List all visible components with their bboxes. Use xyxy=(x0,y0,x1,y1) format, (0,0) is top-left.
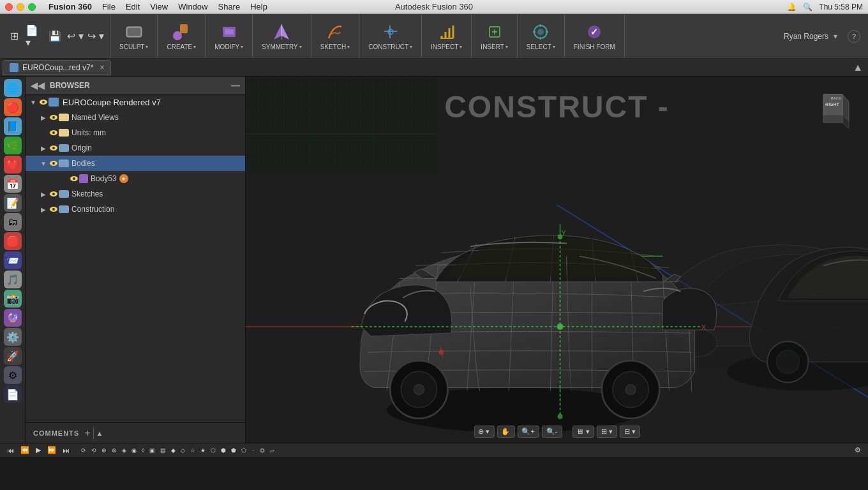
body53-visibility[interactable] xyxy=(69,174,79,184)
bodies-toggle[interactable]: ▼ xyxy=(38,158,49,168)
bodies-item[interactable]: ▼ Bodies xyxy=(26,156,245,171)
root-visibility[interactable] xyxy=(38,97,49,107)
anim-prev-button[interactable]: ⏪ xyxy=(19,445,31,455)
redo-button[interactable]: ↪ ▾ xyxy=(87,27,105,45)
viewport[interactable]: X Y CONSTRUCT - xyxy=(246,77,868,443)
timeline-icon-3[interactable]: ⊕ xyxy=(100,447,108,454)
units-item[interactable]: ▶ Units: mm xyxy=(26,125,245,140)
anim-first-button[interactable]: ⏮ xyxy=(5,446,16,455)
timeline-icon-17[interactable]: ⬠ xyxy=(239,447,248,454)
construction-visibility[interactable] xyxy=(49,204,59,214)
app-icon-12[interactable]: 📸 xyxy=(4,290,22,308)
search-icon[interactable]: 🔍 xyxy=(803,3,812,11)
layout-button[interactable]: ⊟ ▾ xyxy=(620,426,640,438)
grid-button[interactable]: ⊞ ▾ xyxy=(597,426,617,438)
select-button[interactable]: SELECT ▾ xyxy=(523,19,559,53)
minimize-button[interactable] xyxy=(17,3,24,11)
menu-edit[interactable]: Edit xyxy=(126,2,140,11)
inspect-button[interactable]: INSPECT ▾ xyxy=(427,19,466,53)
zoom-in-button[interactable]: 🔍+ xyxy=(517,426,539,438)
sculpt-button[interactable]: SCULPT ▾ xyxy=(116,19,152,53)
timeline-icon-19[interactable]: ⏣ xyxy=(258,447,267,454)
menu-fusion360[interactable]: Fusion 360 xyxy=(49,2,92,11)
app-icon-13[interactable]: 🔮 xyxy=(4,309,22,327)
zoom-out-button[interactable]: 🔍- xyxy=(542,426,562,438)
menu-window[interactable]: Window xyxy=(178,2,207,11)
user-dropdown-arrow[interactable]: ▾ xyxy=(834,32,837,41)
root-toggle[interactable]: ▼ xyxy=(28,97,38,107)
construction-toggle[interactable]: ▶ xyxy=(38,204,49,214)
insert-button[interactable]: INSERT ▾ xyxy=(477,19,512,53)
origin-toggle[interactable]: ▶ xyxy=(38,143,49,153)
settings-button[interactable]: ⚙ xyxy=(853,445,863,455)
timeline-icon-20[interactable]: ⏥ xyxy=(268,447,276,454)
maximize-button[interactable] xyxy=(28,3,36,11)
timeline-icon-4[interactable]: ⊗ xyxy=(110,447,119,454)
app-icon-3[interactable]: 📘 xyxy=(4,117,22,135)
comments-expand[interactable]: ▲ xyxy=(96,429,103,437)
timeline-icon-13[interactable]: ★ xyxy=(198,447,207,454)
sketches-item[interactable]: ▶ Sketches xyxy=(26,186,245,202)
app-icon-4[interactable]: 🌿 xyxy=(4,137,22,154)
menu-help[interactable]: Help xyxy=(250,2,267,11)
timeline-icon-11[interactable]: ◇ xyxy=(179,447,187,454)
menu-view[interactable]: View xyxy=(150,2,168,11)
timeline-icon-16[interactable]: ⬟ xyxy=(229,447,238,454)
timeline-icon-10[interactable]: ◆ xyxy=(169,447,177,454)
timeline-icon-8[interactable]: ▣ xyxy=(147,447,157,454)
timeline-icon-18[interactable]: ⬞ xyxy=(250,447,257,454)
timeline-icon-6[interactable]: ◉ xyxy=(130,447,138,454)
help-button[interactable]: ? xyxy=(848,30,860,43)
display-mode-button[interactable]: 🖥 ▾ xyxy=(572,426,594,438)
anim-next-button[interactable]: ⏩ xyxy=(45,445,58,455)
app-icon-15[interactable]: 🚀 xyxy=(4,347,22,365)
app-icon-11[interactable]: 🎵 xyxy=(4,271,22,288)
undo-button[interactable]: ↩ ▾ xyxy=(66,27,84,45)
notification-icon[interactable]: 🔔 xyxy=(787,3,797,11)
timeline-icon-12[interactable]: ☆ xyxy=(188,447,197,454)
origin-visibility[interactable] xyxy=(49,143,59,153)
tab-collapse-button[interactable]: ▲ xyxy=(853,62,863,73)
anim-last-button[interactable]: ⏭ xyxy=(61,446,71,455)
app-icon-10[interactable]: 📨 xyxy=(4,251,22,269)
bodies-visibility[interactable] xyxy=(49,158,59,168)
timeline-icon-1[interactable]: ⟳ xyxy=(79,447,88,454)
timeline-icon-2[interactable]: ⟲ xyxy=(89,447,98,454)
app-icon-2[interactable]: 🔴 xyxy=(4,98,22,116)
menu-share[interactable]: Share xyxy=(218,2,240,11)
construct-button[interactable]: CONSTRUCT ▾ xyxy=(364,19,416,53)
body53-item[interactable]: ▶ Body53 ★ xyxy=(26,171,245,186)
tab-close-button[interactable]: × xyxy=(100,63,104,72)
app-icon-9[interactable]: 🛑 xyxy=(4,232,22,250)
grid-apps-button[interactable]: ⊞ xyxy=(5,27,23,45)
app-icon-6[interactable]: 📅 xyxy=(4,175,22,193)
construction-item[interactable]: ▶ Construction xyxy=(26,202,245,217)
timeline-icon-9[interactable]: ▤ xyxy=(158,447,168,454)
timeline-icon-5[interactable]: ◈ xyxy=(120,447,128,454)
app-icon-17[interactable]: 📄 xyxy=(4,385,22,403)
browser-toggle[interactable]: ◀◀ xyxy=(31,80,45,91)
view-cube[interactable]: RIGHT BACK xyxy=(811,89,855,134)
create-button[interactable]: CREATE ▾ xyxy=(163,19,200,53)
sketches-visibility[interactable] xyxy=(49,189,59,199)
save-button[interactable]: 💾 xyxy=(46,27,64,45)
origin-item[interactable]: ▶ Origin xyxy=(26,140,245,156)
timeline-icon-7[interactable]: ◊ xyxy=(140,447,146,454)
sketch-button[interactable]: SKETCH ▾ xyxy=(317,19,354,53)
named-views-item[interactable]: ▶ Named Views xyxy=(26,110,245,125)
pan-button[interactable]: ✋ xyxy=(497,426,514,438)
traffic-lights[interactable] xyxy=(5,3,36,11)
navigate-button[interactable]: ⊕ ▾ xyxy=(474,426,494,438)
tree-root-item[interactable]: ▼ EUROCoupe Rendered v7 xyxy=(26,94,245,110)
file-tab[interactable]: EUROCoup...red v7* × xyxy=(3,60,111,75)
named-views-toggle[interactable]: ▶ xyxy=(38,112,49,122)
named-views-visibility[interactable] xyxy=(49,112,59,122)
modify-button[interactable]: MODIFY ▾ xyxy=(211,19,247,53)
app-icon-14[interactable]: ⚙️ xyxy=(4,328,22,346)
close-button[interactable] xyxy=(5,3,13,11)
app-icon-7[interactable]: 📝 xyxy=(4,194,22,212)
units-visibility[interactable] xyxy=(49,128,59,138)
symmetry-button[interactable]: SYMMETRY ▾ xyxy=(258,19,306,53)
timeline-icon-15[interactable]: ⬢ xyxy=(219,447,228,454)
app-icon-5[interactable]: ❤️ xyxy=(4,156,22,174)
